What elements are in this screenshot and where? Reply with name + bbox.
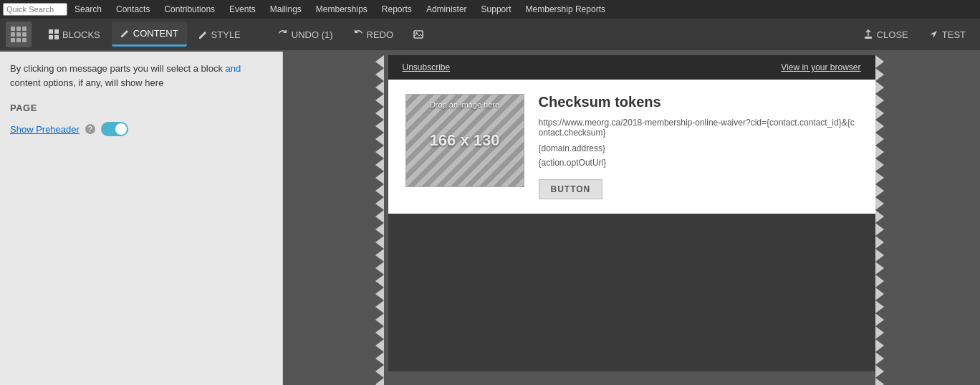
nav-item-contacts[interactable]: Contacts xyxy=(109,0,157,19)
nav-item-support[interactable]: Support xyxy=(474,0,519,19)
style-icon xyxy=(198,30,208,39)
email-header: Unsubscribe View in your browser xyxy=(388,55,875,80)
unsubscribe-link[interactable]: Unsubscribe xyxy=(403,62,451,72)
svg-rect-0 xyxy=(49,29,53,34)
left-zigzag xyxy=(375,55,388,385)
editor-toolbar: BLOCKS CONTENT STYLE UNDO (1) REDO xyxy=(0,19,980,52)
email-content-block: Drop an image here 166 x 130 Checksum to… xyxy=(388,80,875,214)
right-zigzag xyxy=(875,55,888,385)
domain-token: {domain.address} xyxy=(539,143,858,153)
nav-item-mailings[interactable]: Mailings xyxy=(263,0,309,19)
email-preview-area: Unsubscribe View in your browser Drop an… xyxy=(283,52,980,385)
close-button[interactable]: CLOSE xyxy=(855,22,917,47)
svg-rect-1 xyxy=(54,29,59,34)
test-button[interactable]: TEST xyxy=(920,22,974,47)
preheader-toggle[interactable] xyxy=(101,122,128,136)
nav-item-administer[interactable]: Administer xyxy=(419,0,474,19)
redo-icon xyxy=(353,29,363,39)
nav-item-membership-reports[interactable]: Membership Reports xyxy=(519,0,612,19)
show-preheader-link[interactable]: Show Preheader xyxy=(10,124,80,135)
nav-item-reports[interactable]: Reports xyxy=(375,0,419,19)
email-block: Unsubscribe View in your browser Drop an… xyxy=(388,55,875,385)
image-button[interactable] xyxy=(405,22,432,47)
style-tab[interactable]: STYLE xyxy=(190,22,249,47)
page-section-label: PAGE xyxy=(10,103,272,113)
pencil-icon xyxy=(120,29,130,38)
show-preheader-row: Show Preheader ? xyxy=(10,122,272,136)
left-panel: By clicking on message parts you will se… xyxy=(0,52,283,385)
email-with-teeth: Unsubscribe View in your browser Drop an… xyxy=(375,55,888,385)
email-text-content: Checksum tokens https://www.meorg.ca/201… xyxy=(539,94,858,199)
blocks-icon xyxy=(49,29,59,39)
upload-icon xyxy=(863,29,873,39)
email-content-section: Drop an image here 166 x 130 Checksum to… xyxy=(388,80,875,214)
main-layout: By clicking on message parts you will se… xyxy=(0,52,980,385)
email-cta-button[interactable]: BUTTON xyxy=(539,179,603,199)
email-url-text: https://www.meorg.ca/2018-membership-onl… xyxy=(539,118,858,138)
image-icon xyxy=(413,29,423,39)
image-placeholder[interactable]: Drop an image here 166 x 130 xyxy=(405,94,524,187)
blocks-tab[interactable]: BLOCKS xyxy=(40,22,109,47)
nav-item-events[interactable]: Events xyxy=(222,0,263,19)
content-tab[interactable]: CONTENT xyxy=(112,22,187,47)
svg-rect-6 xyxy=(865,37,872,39)
svg-rect-3 xyxy=(54,35,59,39)
svg-rect-4 xyxy=(414,31,423,38)
opt-out-token: {action.optOutUrl} xyxy=(539,158,858,168)
nav-item-memberships[interactable]: Memberships xyxy=(309,0,375,19)
nav-item-contributions[interactable]: Contributions xyxy=(157,0,222,19)
view-in-browser-link[interactable]: View in your browser xyxy=(781,62,860,72)
svg-rect-2 xyxy=(49,35,53,39)
help-icon[interactable]: ? xyxy=(85,124,95,134)
image-size-label: 166 x 130 xyxy=(406,95,524,186)
app-logo xyxy=(6,22,32,47)
instruction-link: and xyxy=(226,63,241,74)
send-icon xyxy=(928,29,938,39)
top-navigation: Search Contacts Contributions Events Mai… xyxy=(0,0,980,19)
redo-button[interactable]: REDO xyxy=(345,22,403,47)
undo-button[interactable]: UNDO (1) xyxy=(269,22,342,47)
quick-search-input[interactable] xyxy=(3,3,67,16)
email-content-title: Checksum tokens xyxy=(539,94,858,110)
nav-item-search[interactable]: Search xyxy=(67,0,109,19)
email-footer xyxy=(388,214,875,371)
undo-icon xyxy=(278,29,288,39)
instruction-text: By clicking on message parts you will se… xyxy=(10,62,272,90)
email-canvas-wrapper: Unsubscribe View in your browser Drop an… xyxy=(283,52,980,385)
